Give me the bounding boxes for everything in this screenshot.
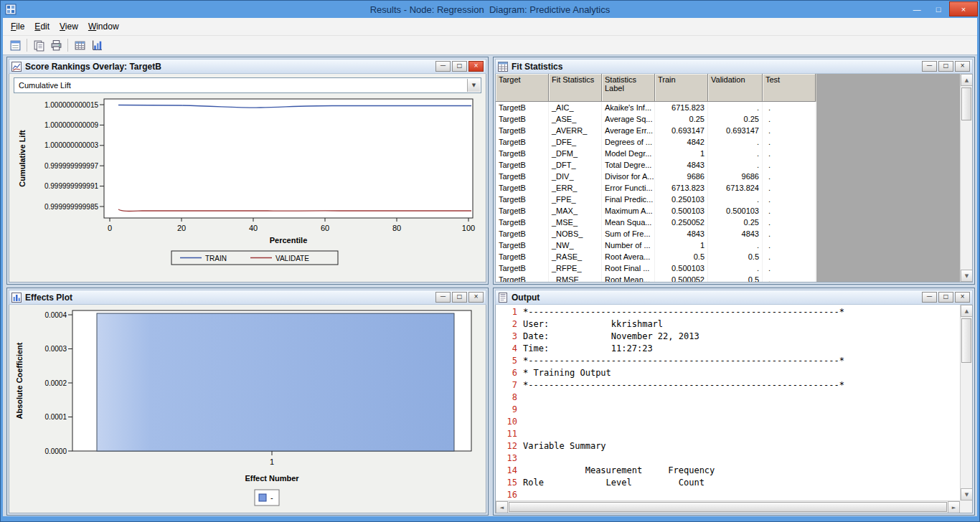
table-cell: .: [763, 171, 816, 182]
maximize-button[interactable]: □: [928, 1, 949, 16]
table-row[interactable]: TargetB_NOBS_Sum of Fre...48434843.: [496, 228, 816, 239]
table-view-button[interactable]: [71, 37, 88, 53]
scroll-left-button[interactable]: ◄: [496, 501, 508, 513]
scroll-thumb[interactable]: [961, 87, 971, 120]
table-row[interactable]: TargetB_RASE_Root Avera...0.50.5.: [496, 251, 816, 262]
table-row[interactable]: TargetB_DIV_Divisor for A...96869686.: [496, 171, 816, 182]
table-row[interactable]: TargetB_AVERR_Average Err...0.6931470.69…: [496, 125, 816, 136]
scroll-down-button[interactable]: ▼: [961, 270, 973, 282]
table-cell: 6713.823: [655, 182, 708, 194]
table-cell: .: [708, 159, 763, 171]
line-number: 12: [496, 440, 523, 452]
new-report-button[interactable]: [6, 37, 24, 53]
table-cell: Akaike's Inf...: [602, 102, 655, 113]
scrollbar-corner: [960, 500, 972, 513]
menu-file[interactable]: File: [6, 19, 29, 34]
minimize-button[interactable]: —: [435, 61, 451, 72]
close-button[interactable]: ×: [468, 61, 484, 72]
effects-plot-title-bar[interactable]: Effects Plot — □ ×: [9, 290, 486, 305]
table-cell: .: [708, 102, 763, 113]
column-header[interactable]: Statistics Label: [602, 74, 655, 102]
menu-view[interactable]: View: [55, 19, 83, 34]
table-row[interactable]: TargetB_RFPE_Root Final ...0.500103..: [496, 262, 816, 274]
print-icon: [50, 39, 62, 52]
fit-statistics-body: Target Fit Statistics Statistics Label T…: [495, 74, 973, 283]
table-row[interactable]: TargetB_ASE_Average Sq...0.250.25.: [496, 113, 816, 125]
scroll-thumb[interactable]: [961, 318, 971, 363]
table-cell: TargetB: [496, 262, 549, 274]
panel-title: Score Rankings Overlay: TargetB: [25, 62, 432, 72]
table-cell: .: [763, 239, 816, 251]
chart-type-select[interactable]: Cumulative Lift ▼: [14, 77, 481, 93]
chart-view-button[interactable]: [88, 37, 105, 53]
table-row[interactable]: TargetB_ERR_Error Functi...6713.8236713.…: [496, 182, 816, 194]
close-button[interactable]: ×: [955, 292, 970, 303]
column-header[interactable]: Test: [763, 74, 816, 102]
table-cell: .: [763, 113, 816, 125]
table-cell: TargetB: [496, 274, 549, 282]
table-cell: _RFPE_: [549, 262, 602, 274]
score-rankings-title-bar[interactable]: Score Rankings Overlay: TargetB — □ ×: [9, 59, 486, 74]
x-tick: 40: [249, 224, 258, 232]
table-row[interactable]: TargetB_MAX_Maximum A...0.5001030.500103…: [496, 205, 816, 217]
column-header[interactable]: Target: [496, 74, 549, 102]
table-cell: 0.250052: [655, 217, 708, 228]
minimize-button[interactable]: —: [906, 1, 928, 16]
column-header[interactable]: Fit Statistics: [549, 74, 602, 102]
fit-statistics-title-bar[interactable]: Fit Statistics — □ ×: [495, 59, 973, 74]
maximize-button[interactable]: □: [452, 292, 467, 303]
maximize-button[interactable]: □: [938, 61, 953, 72]
table-cell: .: [763, 125, 816, 136]
table-row[interactable]: TargetB_DFT_Total Degre...4843..: [496, 159, 816, 171]
minimize-button[interactable]: —: [435, 292, 451, 303]
table-cell: .: [763, 262, 816, 274]
scroll-up-button[interactable]: ▲: [961, 305, 973, 317]
table-cell: .: [763, 251, 816, 262]
output-line: 4Time: 11:27:23: [496, 343, 960, 355]
maximize-button[interactable]: □: [452, 61, 467, 72]
table-row[interactable]: TargetB_AIC_Akaike's Inf...6715.823..: [496, 102, 816, 113]
table-cell: Root Final ...: [602, 262, 655, 274]
x-tick: 0: [108, 224, 112, 232]
copy-button[interactable]: [30, 37, 47, 53]
legend-swatch: [259, 494, 266, 501]
table-cell: TargetB: [496, 113, 549, 125]
scroll-thumb[interactable]: [509, 502, 947, 512]
table-cell: 0.5: [708, 251, 763, 262]
close-button[interactable]: ×: [468, 292, 484, 303]
table-row[interactable]: TargetB_DFM_Model Degr...1..: [496, 148, 816, 159]
menu-edit[interactable]: Edit: [29, 19, 55, 34]
output-line: 15Role Level Count: [496, 477, 960, 489]
table-cell: 4843: [655, 228, 708, 239]
table-cell: .: [763, 228, 816, 239]
mdi-area: Score Rankings Overlay: TargetB — □ × Cu…: [3, 55, 977, 516]
table-cell: TargetB: [496, 228, 549, 239]
column-header[interactable]: Validation: [708, 74, 763, 102]
minimize-button[interactable]: —: [922, 292, 937, 303]
chevron-down-icon[interactable]: ▼: [467, 79, 480, 92]
minimize-button[interactable]: —: [922, 61, 937, 72]
table-row[interactable]: TargetB_RMSE_Root Mean...0.5000520.5.: [496, 274, 816, 282]
table-cell: Root Avera...: [602, 251, 655, 262]
close-button[interactable]: ×: [955, 61, 970, 72]
score-rankings-chart: 1.000000000015 1.000000000009 1.00000000…: [9, 95, 486, 277]
output-text: *---------------------------------------…: [523, 379, 844, 392]
scroll-right-button[interactable]: ►: [948, 501, 960, 513]
maximize-button[interactable]: □: [938, 292, 953, 303]
table-row[interactable]: TargetB_NW_Number of ...1..: [496, 239, 816, 251]
close-button[interactable]: ×: [949, 1, 978, 16]
column-header[interactable]: Train: [655, 74, 708, 102]
menu-window[interactable]: Window: [83, 19, 124, 34]
vertical-scrollbar[interactable]: ▲ ▼: [960, 74, 972, 282]
table-row[interactable]: TargetB_MSE_Mean Squa...0.2500520.25.: [496, 217, 816, 228]
table-cell: 6713.824: [708, 182, 763, 194]
output-title-bar[interactable]: Output — □ ×: [495, 290, 973, 305]
table-row[interactable]: TargetB_FPE_Final Predic...0.250103..: [496, 194, 816, 205]
horizontal-scrollbar[interactable]: ◄ ►: [496, 500, 960, 513]
table-cell: 0.5: [708, 274, 763, 282]
vertical-scrollbar[interactable]: ▲ ▼: [960, 305, 972, 500]
scroll-down-button[interactable]: ▼: [961, 488, 973, 500]
print-button[interactable]: [47, 37, 65, 53]
scroll-up-button[interactable]: ▲: [961, 74, 973, 86]
table-row[interactable]: TargetB_DFE_Degrees of ...4842..: [496, 136, 816, 148]
